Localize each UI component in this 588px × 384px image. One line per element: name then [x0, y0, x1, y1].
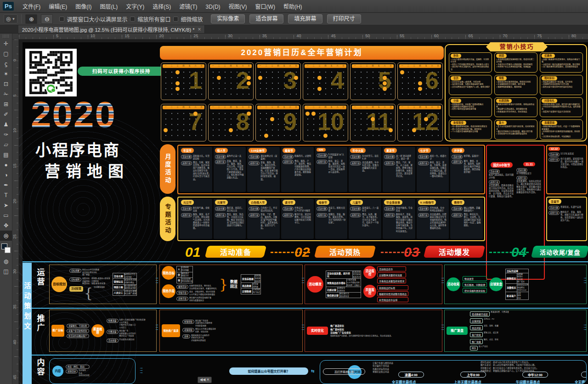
theme-text: 猜灯谜、闹花灯，北方吃元宵: [227, 207, 245, 212]
calendar-day-dot: [231, 113, 232, 114]
table-label: 销售情况: [506, 273, 517, 283]
palette-grip[interactable]: [3, 34, 9, 39]
clone-stamp-tool[interactable]: ♟: [0, 119, 12, 130]
zoom-tool[interactable]: ◎: [0, 231, 12, 241]
quick-selection-tool[interactable]: ✶: [0, 69, 12, 79]
industry-text: 图书、数码、文具、服饰等，加把劲可主推开学季装备清单，囤货迎接新学期！: [464, 160, 481, 174]
calendar-day-dot: [266, 119, 267, 119]
menu-item[interactable]: 图像(I): [71, 2, 96, 12]
dodge-tool[interactable]: ◑: [0, 170, 12, 180]
calendar-day-dot: [201, 119, 202, 119]
brush-tool[interactable]: ✐: [0, 109, 12, 119]
calendar-day-dot: [294, 76, 298, 80]
calendar-month: 一二三四五六日6: [397, 62, 443, 100]
calendar-day-dot: [420, 124, 421, 125]
close-icon[interactable]: ✕: [206, 377, 209, 383]
calendar-day-dot: [355, 88, 356, 89]
theme-tag: 活动主题: [516, 168, 527, 172]
background-color-swatch[interactable]: [5, 247, 11, 253]
zoom-tool-preset[interactable]: ◎ ▼: [4, 14, 17, 23]
menu-item[interactable]: 文字(Y): [122, 2, 148, 12]
menu-item[interactable]: 窗口(W): [251, 2, 279, 12]
calendar-day-dot: [296, 83, 297, 84]
calendar-day-dot: [343, 88, 344, 89]
document-canvas[interactable]: 扫码可以获得小程序扶持 2020 小程序电商 营销地图 2020营销日历&全年营…: [19, 40, 588, 384]
marquee-tool[interactable]: ▢: [0, 49, 12, 59]
menu-item[interactable]: 选择(S): [148, 2, 175, 12]
poster-title-line1: 小程序电商: [35, 138, 120, 160]
collapse-icon[interactable]: ◀◀: [200, 377, 205, 383]
ruler-tick-label: 55: [400, 34, 404, 38]
tip-bullet: 满减活动提升客单价与连带率，按商品组合设档: [496, 103, 536, 108]
menu-item[interactable]: 帮助(H): [279, 2, 306, 12]
table-label: 场: [177, 278, 181, 283]
option-checkbox[interactable]: 缩放所有窗口: [130, 15, 170, 23]
option-checkbox[interactable]: 调整窗口大小以满屏显示: [59, 15, 127, 23]
menu-item[interactable]: 文件(F): [18, 2, 45, 12]
eyedropper-tool[interactable]: ✁: [0, 89, 12, 99]
calendar-day-dot: [390, 113, 391, 114]
menu-item[interactable]: 图层(L): [96, 2, 122, 12]
flow-column: 朋友圈引流微信群转发: [340, 293, 349, 298]
option-button[interactable]: 实际像素: [211, 14, 245, 23]
weekday-label: 二: [360, 64, 362, 68]
healing-brush-tool[interactable]: ⊞: [0, 99, 12, 109]
calendar-day-dot: [331, 135, 332, 136]
calendar-day-dot: [201, 88, 202, 89]
gradient-tool[interactable]: ▤: [0, 150, 12, 160]
calendar-day-dot: [355, 124, 356, 125]
crop-tool[interactable]: ⊡: [0, 79, 12, 89]
menu-item[interactable]: 视图(V): [225, 2, 251, 12]
blur-tool[interactable]: ●: [0, 160, 12, 170]
ps-logo[interactable]: Ps: [3, 2, 14, 11]
theme-text: 圣诞狂欢，礼遇平安夜: [560, 206, 581, 209]
calendar-day-dot: [438, 130, 439, 130]
quick-mask-tool[interactable]: ◍: [0, 256, 12, 266]
weekday-label: 四: [183, 106, 185, 109]
pen-tool[interactable]: ✒: [0, 180, 12, 190]
flow-outline-box: 渠道数据完成度: [470, 311, 490, 316]
menu-item[interactable]: 3D(D): [202, 2, 225, 12]
calendar-day-dot: [177, 135, 178, 136]
eraser-tool[interactable]: ▱: [0, 140, 12, 150]
calendar-day-dot: [272, 113, 273, 114]
shape-tool[interactable]: ▭: [0, 210, 12, 220]
option-button[interactable]: 打印尺寸: [327, 14, 361, 23]
weekday-label: 一: [354, 106, 356, 109]
table-label: 店铺数据: [241, 288, 253, 294]
calendar-day-dot: [379, 130, 379, 130]
zoom-in-toggle[interactable]: ⊕: [25, 14, 37, 24]
calendar-day-dot: [361, 113, 362, 114]
move-tool[interactable]: ✛: [0, 39, 12, 49]
calendar-day-dot: [361, 124, 362, 125]
path-selection-tool[interactable]: ➤: [0, 200, 12, 210]
option-button[interactable]: 填充屏幕: [288, 14, 322, 23]
ops-warmup-box: 预热目标人拉新获客粉丝唤醒货爆款测试梯度定价场活动页装修预热氛围打造预热手段蓄销…: [159, 265, 303, 304]
document-tab[interactable]: 2020小程序电商营销地图.jpg @ 12.5% (扫码可以获得小程序扶持, …: [18, 25, 205, 33]
industry-text: 美妆、个护、食品、服饰等，可推出“爱TA就给TA最好的”，设置多款礼盒，营造节日…: [260, 213, 278, 230]
hand-tool[interactable]: ✥: [0, 220, 12, 231]
ruler-tick-label: 15: [12, 163, 17, 169]
close-icon[interactable]: ×: [198, 26, 201, 33]
type-tool[interactable]: T: [0, 190, 12, 200]
horizontal-ruler[interactable]: 5101520253035404550556065707580: [19, 34, 588, 40]
option-checkbox[interactable]: 细微缩放: [173, 15, 203, 23]
industry-row: 适用行业保健品、美妆、服饰、家居百货等，主打“给妈妈的一份礼物”。: [317, 213, 346, 224]
vertical-ruler[interactable]: 051015202530354045: [12, 40, 19, 384]
theme-row: 活动主题确认过眼神，是最想感谢的人: [452, 207, 481, 212]
flow-outline-box: 根据转化情况调整页面商品: [377, 291, 408, 296]
weekday-label: 三: [319, 64, 321, 68]
calendar-day-dot: [337, 72, 338, 73]
menu-item[interactable]: 编辑(E): [45, 2, 71, 12]
flow-column: 退款退货比例营销费比全店PV/UV: [517, 284, 528, 292]
calendar-day-dot: [284, 124, 285, 125]
zoom-out-toggle[interactable]: ⊖: [41, 14, 53, 24]
menu-item[interactable]: 滤镜(T): [175, 2, 201, 12]
history-brush-tool[interactable]: ✑: [0, 130, 12, 140]
screen-mode-tool[interactable]: ◫: [0, 266, 12, 277]
calendar-day-dot: [343, 83, 344, 84]
flow-column: 同比2019年活动数据设定同比增长目标推广预算: [82, 269, 99, 277]
lasso-tool[interactable]: ϛ: [0, 59, 12, 69]
option-button[interactable]: 适合屏幕: [249, 14, 283, 23]
phase-banner-row: 01活动准备02活动预热03活动爆发04活动收尾/复盘: [19, 244, 588, 261]
